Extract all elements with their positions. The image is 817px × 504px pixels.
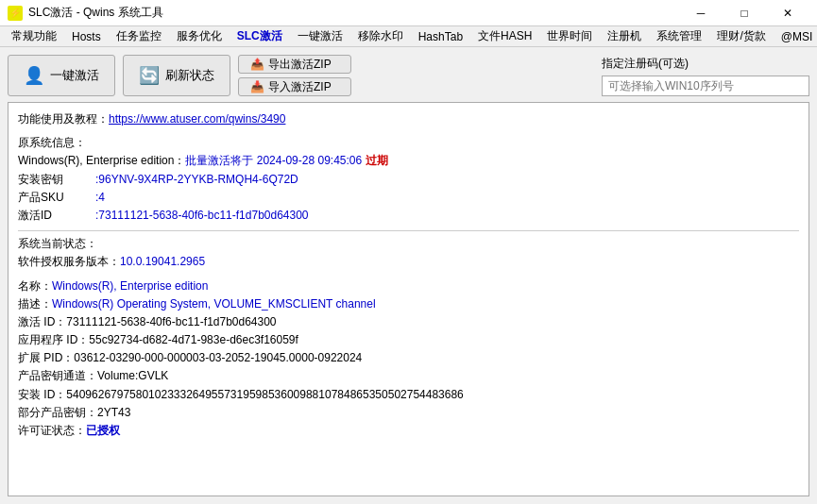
activation-id-value: :73111121-5638-40f6-bc11-f1d7b0d64300 [95, 207, 309, 225]
reg-input[interactable] [602, 76, 809, 96]
name-row: 名称：Windows(R), Enterprise edition [18, 277, 799, 295]
menu-item-worldtime[interactable]: 世界时间 [539, 26, 600, 46]
product-sku-value: :4 [95, 189, 105, 207]
activation-id-row: 激活ID :73111121-5638-40f6-bc11-f1d7b0d643… [18, 207, 799, 225]
app-id-value: 55c92734-d682-4d71-983e-d6ec3f16059f [89, 333, 298, 346]
maximize-button[interactable]: □ [723, 0, 766, 26]
import-button[interactable]: 📥 导入激活ZIP [238, 77, 351, 96]
title-bar-controls: ─ □ ✕ [679, 0, 809, 26]
software-version-label: 软件授权服务版本： [18, 255, 120, 268]
desc-label: 描述： [18, 297, 52, 311]
current-state-section: 系统当前状态： 软件授权服务版本：10.0.19041.2965 [18, 235, 799, 271]
title-bar: ⚡ SLC激活 - Qwins 系统工具 ─ □ ✕ [0, 0, 817, 26]
tutorial-link[interactable]: https://www.atuser.com/qwins/3490 [109, 112, 285, 126]
name-value: Windows(R), Enterprise edition [52, 279, 208, 293]
app-icon-symbol: ⚡ [9, 8, 21, 18]
activation-status: 批量激活将于 2024-09-28 09:45:06 过期 [185, 154, 387, 167]
tutorial-section: 功能使用及教程：https://www.atuser.com/qwins/349… [18, 110, 799, 128]
ext-pid-value: 03612-03290-000-000003-03-2052-19045.000… [74, 351, 362, 364]
export-button[interactable]: 📤 导出激活ZIP [238, 55, 351, 74]
toolbar: 👤 一键激活 🔄 刷新状态 📤 导出激活ZIP 📥 导入激活ZIP 指定注册码(… [8, 55, 809, 96]
menu-item-filehash[interactable]: 文件HASH [470, 26, 539, 46]
product-channel-label: 产品密钥通道： [18, 369, 97, 382]
install-id-label: 安装 ID： [18, 388, 66, 401]
desc-value: Windows(R) Operating System, VOLUME_KMSC… [52, 297, 376, 311]
import-label: 导入激活ZIP [268, 79, 332, 95]
install-id-row: 安装 ID：5409626797580102333264955731959853… [18, 386, 799, 404]
activate-label: 一键激活 [50, 67, 99, 84]
ext-pid-label: 扩展 PID： [18, 351, 74, 364]
details-section: 名称：Windows(R), Enterprise edition 描述：Win… [18, 277, 799, 441]
license-status-value: 已授权 [86, 424, 120, 437]
divider-1 [18, 230, 799, 231]
install-key-label: 安装密钥 [18, 171, 94, 189]
minimize-button[interactable]: ─ [679, 0, 723, 26]
product-sku-row: 产品SKU :4 [18, 189, 799, 207]
title-bar-left: ⚡ SLC激活 - Qwins 系统工具 [8, 5, 163, 21]
menu-bar: 常规功能 Hosts 任务监控 服务优化 SLC激活 一键激活 移除水印 Has… [0, 26, 817, 47]
activation-id-label: 激活ID [18, 207, 94, 225]
menu-item-service[interactable]: 服务优化 [169, 26, 230, 46]
menu-item-regmachine[interactable]: 注册机 [600, 26, 649, 46]
menu-item-slc[interactable]: SLC激活 [230, 26, 290, 46]
partial-key-value: 2YT43 [97, 406, 130, 419]
refresh-label: 刷新状态 [165, 67, 214, 84]
reg-area: 指定注册码(可选) [602, 56, 809, 96]
activate-button[interactable]: 👤 一键激活 [8, 55, 115, 96]
win-edition-row: Windows(R), Enterprise edition：批量激活将于 20… [18, 152, 799, 170]
name-label: 名称： [18, 279, 52, 293]
export-icon: 📤 [250, 58, 264, 71]
activation-id2-row: 激活 ID：73111121-5638-40f6-bc11-f1d7b0d643… [18, 313, 799, 331]
software-version-row: 软件授权服务版本：10.0.19041.2965 [18, 253, 799, 271]
partial-key-row: 部分产品密钥：2YT43 [18, 404, 799, 422]
tutorial-prefix: 功能使用及教程： [18, 112, 109, 126]
close-button[interactable]: ✕ [766, 0, 809, 26]
product-sku-label: 产品SKU [18, 189, 94, 207]
import-icon: 📥 [250, 80, 264, 93]
install-key-row: 安装密钥 :96YNV-9X4RP-2YYKB-RMQH4-6Q72D [18, 171, 799, 189]
menu-item-sysmanage[interactable]: 系统管理 [649, 26, 709, 46]
app-icon: ⚡ [8, 6, 23, 21]
refresh-icon: 🔄 [139, 65, 160, 86]
win-edition-prefix: Windows(R), Enterprise edition： [18, 154, 185, 167]
menu-item-msi[interactable]: @MSI [774, 28, 817, 45]
install-key-value: :96YNV-9X4RP-2YYKB-RMQH4-6Q72D [95, 171, 298, 189]
main-area: 👤 一键激活 🔄 刷新状态 📤 导出激活ZIP 📥 导入激活ZIP 指定注册码(… [0, 47, 817, 504]
menu-item-onekey[interactable]: 一键激活 [290, 26, 350, 46]
desc-row: 描述：Windows(R) Operating System, VOLUME_K… [18, 295, 799, 313]
original-info-section: 原系统信息： Windows(R), Enterprise edition：批量… [18, 134, 799, 225]
small-buttons: 📤 导出激活ZIP 📥 导入激活ZIP [238, 55, 351, 96]
software-version-value: 10.0.19041.2965 [120, 255, 205, 268]
menu-item-hosts[interactable]: Hosts [64, 28, 109, 45]
app-id-label: 应用程序 ID： [18, 333, 89, 346]
activation-id2-value: 73111121-5638-40f6-bc11-f1d7b0d64300 [66, 315, 276, 328]
product-channel-row: 产品密钥通道：Volume:GVLK [18, 367, 799, 385]
license-status-label: 许可证状态： [18, 424, 86, 437]
info-panel: 功能使用及教程：https://www.atuser.com/qwins/349… [8, 102, 809, 496]
refresh-button[interactable]: 🔄 刷新状态 [123, 55, 230, 96]
install-id-value: 5409626797580102333264955731959853600988… [66, 388, 463, 401]
menu-item-finance[interactable]: 理财/货款 [709, 26, 773, 46]
product-channel-value: Volume:GVLK [97, 369, 168, 382]
export-label: 导出激活ZIP [268, 57, 332, 73]
app-id-row: 应用程序 ID：55c92734-d682-4d71-983e-d6ec3f16… [18, 331, 799, 349]
reg-label: 指定注册码(可选) [602, 56, 809, 72]
activate-icon: 👤 [24, 65, 44, 86]
partial-key-label: 部分产品密钥： [18, 406, 97, 419]
menu-item-task[interactable]: 任务监控 [109, 26, 169, 46]
menu-item-hashtab[interactable]: HashTab [411, 28, 470, 45]
menu-item-watermark[interactable]: 移除水印 [350, 26, 411, 46]
menu-item-normal[interactable]: 常规功能 [4, 26, 64, 46]
activation-id2-label: 激活 ID： [18, 315, 66, 328]
original-info-title: 原系统信息： [18, 134, 799, 152]
current-state-title: 系统当前状态： [18, 235, 799, 253]
license-status-row: 许可证状态：已授权 [18, 422, 799, 440]
window-title: SLC激活 - Qwins 系统工具 [28, 5, 163, 21]
ext-pid-row: 扩展 PID：03612-03290-000-000003-03-2052-19… [18, 349, 799, 367]
